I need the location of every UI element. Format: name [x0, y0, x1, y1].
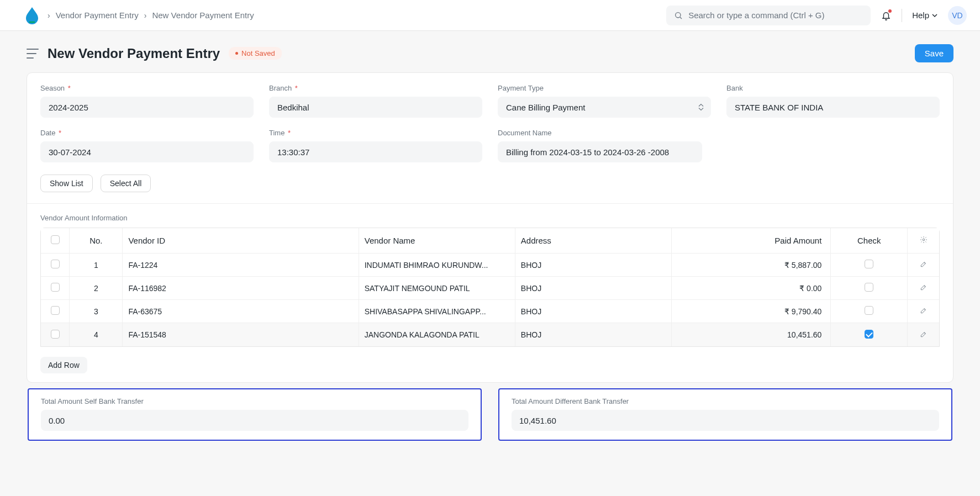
svg-line-1	[680, 17, 682, 19]
cell-no: 3	[69, 300, 122, 323]
payment-type-select[interactable]: Cane Billing Payment	[498, 97, 711, 118]
cell-paid-amount: ₹ 9,790.40	[671, 300, 830, 323]
total-self-label: Total Amount Self Bank Transfer	[41, 397, 468, 405]
chevron-right-icon: ›	[144, 11, 147, 20]
user-avatar[interactable]: VD	[948, 6, 967, 25]
divider	[902, 9, 902, 22]
cell-vendor-name: INDUMATI BHIMRAO KURUNDW...	[359, 254, 515, 277]
field-document-name: Document Name Billing from 2024-03-15 to…	[498, 129, 711, 162]
page-header: New Vendor Payment Entry Not Saved Save	[0, 31, 980, 72]
help-menu[interactable]: Help	[912, 10, 938, 20]
total-self-value[interactable]: 0.00	[41, 410, 468, 431]
field-bank: Bank STATE BANK OF INDIA	[726, 84, 940, 118]
status-badge: Not Saved	[229, 47, 282, 60]
app-logo[interactable]	[22, 6, 42, 25]
cell-address: BHOJ	[515, 300, 671, 323]
help-label: Help	[912, 10, 929, 20]
notifications-button[interactable]	[881, 9, 892, 22]
cell-vendor-name: SHIVABASAPPA SHIVALINGAPP...	[359, 300, 515, 323]
cell-vendor-id: FA-116982	[122, 277, 358, 300]
edit-icon[interactable]	[920, 283, 928, 291]
table-row[interactable]: 3FA-63675SHIVABASAPPA SHIVALINGAPP...BHO…	[41, 300, 939, 323]
total-diff-value[interactable]: 10,451.60	[512, 410, 939, 431]
svg-point-0	[676, 12, 681, 17]
time-input[interactable]: 13:30:37	[269, 141, 482, 162]
row-select-checkbox[interactable]	[51, 283, 60, 292]
chevron-down-icon	[931, 12, 938, 19]
col-vendor-name: Vendor Name	[359, 228, 515, 254]
cell-vendor-name: SATYAJIT NEMGOUND PATIL	[359, 277, 515, 300]
edit-icon[interactable]	[920, 330, 928, 338]
chevron-right-icon: ›	[48, 11, 50, 20]
notification-dot	[888, 9, 892, 13]
select-all-checkbox[interactable]	[51, 235, 60, 244]
total-diff-label: Total Amount Different Bank Transfer	[512, 397, 939, 405]
select-all-button[interactable]: Select All	[101, 175, 151, 192]
vendor-table: No. Vendor ID Vendor Name Address Paid A…	[40, 228, 940, 347]
show-list-button[interactable]: Show List	[40, 175, 93, 192]
cell-paid-amount: 10,451.60	[671, 323, 830, 346]
row-check-checkbox[interactable]	[865, 306, 873, 315]
row-check-checkbox[interactable]	[865, 283, 873, 292]
table-section-label: Vendor Amount Information	[40, 214, 940, 222]
total-diff-box: Total Amount Different Bank Transfer 10,…	[498, 388, 952, 441]
season-input[interactable]: 2024-2025	[40, 97, 254, 118]
cell-no: 2	[69, 277, 122, 300]
cell-paid-amount: ₹ 0.00	[671, 277, 830, 300]
main-area: New Vendor Payment Entry Not Saved Save …	[0, 31, 980, 496]
add-row-button[interactable]: Add Row	[40, 357, 87, 373]
col-vendor-id: Vendor ID	[122, 228, 358, 254]
document-name-input[interactable]: Billing from 2024-03-15 to 2024-03-26 -2…	[498, 141, 702, 162]
field-payment-type: Payment Type Cane Billing Payment	[498, 84, 711, 118]
svg-point-2	[923, 239, 925, 241]
row-select-checkbox[interactable]	[51, 330, 60, 339]
page-title: New Vendor Payment Entry	[48, 46, 220, 61]
col-paid-amount: Paid Amount	[671, 228, 830, 254]
cell-address: BHOJ	[515, 277, 671, 300]
col-no: No.	[69, 228, 122, 254]
gear-icon[interactable]	[920, 236, 928, 245]
row-check-checkbox[interactable]	[865, 260, 873, 268]
total-self-box: Total Amount Self Bank Transfer 0.00	[28, 388, 482, 441]
save-button[interactable]: Save	[915, 44, 953, 62]
cell-no: 1	[69, 254, 122, 277]
navbar: › Vendor Payment Entry › New Vendor Paym…	[0, 0, 980, 31]
field-branch: Branch * Bedkihal	[269, 84, 482, 118]
cell-no: 4	[69, 323, 122, 346]
table-row[interactable]: 4FA-151548JANGONDA KALAGONDA PATILBHOJ10…	[41, 323, 939, 346]
status-dot	[235, 52, 238, 55]
breadcrumbs: › Vendor Payment Entry › New Vendor Paym…	[48, 10, 254, 20]
edit-icon[interactable]	[920, 260, 928, 268]
breadcrumb-item[interactable]: New Vendor Payment Entry	[152, 10, 254, 20]
row-select-checkbox[interactable]	[51, 260, 60, 268]
col-check: Check	[830, 228, 907, 254]
search-icon	[674, 11, 683, 20]
date-input[interactable]: 30-07-2024	[40, 141, 254, 162]
branch-input[interactable]: Bedkihal	[269, 97, 482, 118]
cell-paid-amount: ₹ 5,887.00	[671, 254, 830, 277]
bank-input[interactable]: STATE BANK OF INDIA	[726, 97, 940, 118]
global-search[interactable]: Search or type a command (Ctrl + G)	[666, 6, 871, 25]
form-card: Season * 2024-2025 Branch * Bedkihal Pay…	[27, 72, 953, 383]
table-row[interactable]: 1FA-1224INDUMATI BHIMRAO KURUNDW...BHOJ₹…	[41, 254, 939, 277]
row-check-checkbox[interactable]	[865, 330, 873, 339]
cell-address: BHOJ	[515, 323, 671, 346]
cell-vendor-name: JANGONDA KALAGONDA PATIL	[359, 323, 515, 346]
sidebar-toggle[interactable]	[27, 49, 39, 59]
cell-vendor-id: FA-63675	[122, 300, 358, 323]
table-row[interactable]: 2FA-116982SATYAJIT NEMGOUND PATILBHOJ₹ 0…	[41, 277, 939, 300]
field-date: Date * 30-07-2024	[40, 129, 254, 162]
status-text: Not Saved	[241, 49, 275, 57]
field-season: Season * 2024-2025	[40, 84, 254, 118]
breadcrumb-item[interactable]: Vendor Payment Entry	[56, 10, 139, 20]
edit-icon[interactable]	[920, 307, 928, 314]
select-arrows-icon	[698, 104, 704, 111]
totals-row: Total Amount Self Bank Transfer 0.00 Tot…	[27, 388, 953, 441]
cell-vendor-id: FA-1224	[122, 254, 358, 277]
search-placeholder: Search or type a command (Ctrl + G)	[688, 10, 824, 20]
cell-address: BHOJ	[515, 254, 671, 277]
cell-vendor-id: FA-151548	[122, 323, 358, 346]
field-time: Time * 13:30:37	[269, 129, 482, 162]
col-address: Address	[515, 228, 671, 254]
row-select-checkbox[interactable]	[51, 306, 60, 315]
